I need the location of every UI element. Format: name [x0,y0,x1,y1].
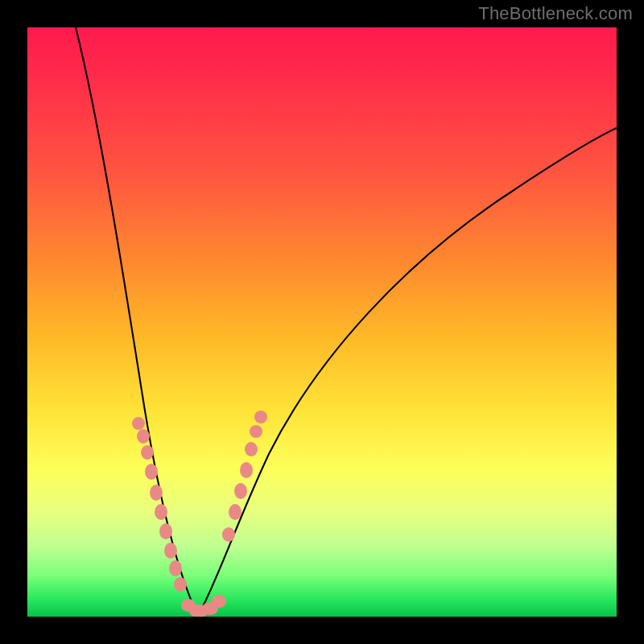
marker-dot [141,445,154,460]
marker-dot [254,411,267,423]
marker-dot [240,462,253,478]
watermark-text: TheBottleneck.com [478,3,633,24]
marker-cluster-left [132,417,187,592]
marker-dot [234,483,247,499]
marker-dot [132,417,145,430]
marker-dot [150,485,163,501]
chart-stage: TheBottleneck.com [0,0,644,644]
marker-dot [159,523,172,539]
marker-dot [164,543,177,559]
curve-right-branch [198,128,617,616]
marker-dot [250,425,262,438]
marker-dot [145,464,158,480]
marker-dot [229,504,242,520]
curve-left-branch [76,27,198,616]
marker-cluster-right [222,411,267,542]
marker-dot [245,442,258,456]
plot-area [27,27,617,617]
marker-dot [222,527,235,542]
marker-capsule [212,595,226,608]
marker-dot [155,504,167,520]
marker-dot [174,577,187,592]
marker-dot [169,560,182,576]
curve-layer [27,27,617,617]
marker-cluster-valley [181,595,226,617]
marker-dot [137,429,150,444]
